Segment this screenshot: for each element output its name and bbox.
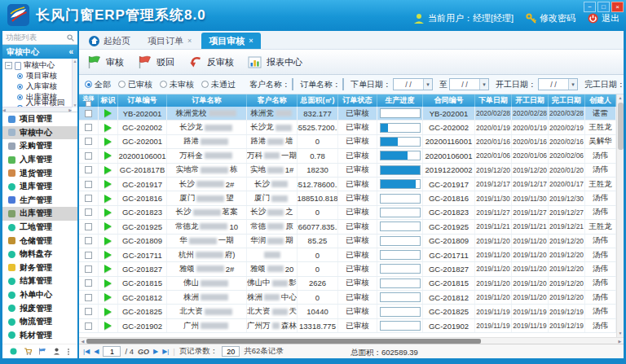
row-checkbox[interactable] (85, 138, 92, 145)
column-header-11[interactable]: 完工日期 (549, 94, 585, 107)
sidebar-module-财务管理[interactable]: 财务管理 (2, 261, 77, 275)
sidebar-module-生产管理[interactable]: 生产管理 (2, 194, 77, 208)
row-checkbox[interactable] (85, 181, 92, 188)
row-checkbox[interactable] (85, 265, 92, 273)
vscroll-thumb[interactable] (618, 103, 624, 150)
audit-button[interactable]: 审核 (86, 55, 124, 70)
tree-root-node[interactable]: − 审核中心 (5, 60, 71, 71)
row-checkbox[interactable] (85, 252, 92, 259)
row-checkbox[interactable] (85, 208, 92, 216)
row-checkbox[interactable] (85, 124, 92, 131)
scroll-up-icon[interactable]: ▲ (619, 94, 623, 102)
sidebar-module-入库管理[interactable]: 入库管理 (2, 153, 77, 167)
row-checkbox[interactable] (85, 110, 92, 117)
person-icon[interactable] (53, 348, 60, 355)
column-header-0[interactable]: 选择 (79, 94, 99, 107)
table-row[interactable]: GC-201809华一期华润期85.25已审核GC-2018092019/11/… (79, 235, 616, 248)
cart-icon[interactable] (24, 348, 32, 355)
table-row[interactable]: GC-201825北大资北大资天10440已审核GC-2018252019/11… (79, 305, 616, 318)
row-checkbox[interactable] (85, 279, 92, 287)
table-row[interactable]: 20200106001万科金万科一期0.78已审核202001060012020… (79, 149, 616, 163)
reject-button[interactable]: 驳回 (137, 55, 174, 70)
sidebar-module-仓储管理[interactable]: 仓储管理 (2, 234, 77, 248)
next-page-button[interactable]: ▶ (153, 348, 158, 355)
select-all-checkbox[interactable] (86, 101, 91, 107)
close-tab-icon[interactable]: × (249, 37, 253, 45)
page-number-input[interactable] (103, 346, 121, 357)
status-radio-未通过[interactable]: 未通过 (201, 79, 243, 90)
table-row[interactable]: GC-202002长沙龙长沙龙65525.7200...已审核GC-202002… (79, 121, 616, 134)
sidebar-module-退库管理[interactable]: 退库管理 (2, 180, 77, 194)
status-radio-未审核[interactable]: 未审核 (160, 79, 201, 90)
table-row[interactable]: GC-201711杭州府)0已审核GC-2017112019/11/202019… (79, 248, 616, 262)
table-vscrollbar[interactable]: ▲ ▼ (616, 94, 624, 337)
function-search-input[interactable]: 功能列表 (2, 31, 77, 45)
order-name-input[interactable] (342, 78, 344, 90)
row-checkbox[interactable] (85, 237, 92, 244)
table-row[interactable]: GC-201823长沙茗案长沙之0已审核GC-2018232019/11/272… (79, 206, 616, 220)
table-row[interactable]: GC-201902广州广州万森林13318.775已审核GC-201902201… (79, 319, 616, 333)
table-row[interactable]: GC-202001路港路港墙0已审核202001160012020/01/162… (79, 135, 616, 149)
sidebar-module-耗材管理[interactable]: 耗材管理 (2, 329, 77, 343)
tree-item[interactable]: 入库审核 (5, 81, 71, 92)
table-row[interactable]: GC-201816厦门望厦门188510.818已审核GC-2018162019… (79, 191, 616, 205)
scroll-right-icon[interactable]: ▶ (616, 339, 624, 344)
row-checkbox[interactable] (85, 308, 92, 315)
minimize-button[interactable]: − (584, 2, 596, 12)
table-row[interactable]: GC-201925常德龙10常德原266077.835...已审核GC-2019… (79, 220, 616, 234)
column-header-3[interactable]: 订单名称 (167, 94, 247, 107)
row-checkbox[interactable] (85, 195, 92, 202)
sidebar-module-项目管理[interactable]: 项目管理 (2, 112, 77, 126)
tree-expander-icon[interactable]: − (5, 62, 12, 69)
column-header-5[interactable]: 总面积(㎡) (298, 94, 338, 107)
sidebar-module-补单中心[interactable]: 补单中心 (2, 288, 77, 302)
row-checkbox[interactable] (85, 152, 92, 160)
more-icon[interactable] (67, 348, 70, 355)
order-date-from-picker[interactable]: / / ▾ (393, 78, 433, 90)
sidebar-module-物料盘存[interactable]: 物料盘存 (2, 248, 77, 261)
start-date-picker[interactable]: / / ▾ (538, 78, 578, 90)
flag-icon[interactable] (38, 348, 46, 355)
row-checkbox[interactable] (85, 166, 92, 173)
tab-project-orders[interactable]: 项目订单 × (140, 33, 199, 49)
maximize-button[interactable]: □ (597, 2, 610, 12)
report-center-button[interactable]: 报表中心 (247, 55, 302, 70)
calendar-dropdown-icon[interactable]: ▾ (423, 79, 432, 90)
calendar-dropdown-icon[interactable]: ▾ (568, 79, 577, 90)
prev-page-button[interactable]: ◀ (94, 348, 99, 355)
tree-item[interactable]: 项目审核 (5, 71, 71, 81)
column-header-2[interactable]: 订单编号 (118, 94, 167, 107)
change-password-button[interactable]: 修改密码 (526, 12, 575, 24)
sidebar-module-审核中心[interactable]: 审核中心 (2, 126, 77, 140)
table-row[interactable]: GC-201817B实地常栋实地1#18230已审核20191220002201… (79, 164, 616, 178)
column-header-1[interactable]: 标识 (99, 94, 118, 107)
sidebar-module-出库管理[interactable]: 出库管理 (2, 207, 77, 221)
table-row[interactable]: GC-201812株洲株洲中心0已审核GC-2018122019/11/2020… (79, 291, 616, 305)
status-radio-全部[interactable]: 全部 (85, 79, 118, 90)
column-header-8[interactable]: 合同编号 (423, 94, 475, 107)
column-header-12[interactable]: 创建人 (585, 94, 616, 107)
row-checkbox[interactable] (85, 322, 92, 330)
order-date-to-picker[interactable]: / / ▾ (449, 78, 489, 90)
sidebar-module-报废管理[interactable]: 报废管理 (2, 301, 77, 315)
last-page-button[interactable]: ▶| (162, 348, 169, 355)
sidebar-module-结算管理[interactable]: 结算管理 (2, 274, 77, 288)
go-button[interactable]: GO (138, 348, 149, 356)
table-row[interactable]: GC-201815佛山佛山中影2626已审核GC-2018152019/11/2… (79, 277, 616, 291)
sidebar-module-物流管理[interactable]: 物流管理 (2, 315, 77, 329)
unaudit-button[interactable]: 反审核 (187, 55, 234, 70)
first-page-button[interactable]: |◀ (83, 348, 90, 355)
scroll-down-icon[interactable]: ▼ (619, 330, 623, 337)
sidebar-module-工地管理[interactable]: 工地管理 (2, 221, 77, 235)
table-row[interactable]: YB-202001株洲党校株洲党832.177已审核YB-2020012020/… (79, 107, 616, 121)
hscroll-thumb[interactable] (86, 339, 481, 344)
customer-name-input[interactable] (292, 78, 293, 90)
column-header-9[interactable]: 下单日期 (475, 94, 512, 107)
logout-button[interactable]: 退出 (588, 12, 619, 24)
scroll-left-icon[interactable]: ◀ (79, 339, 86, 344)
close-button[interactable]: × (611, 2, 624, 12)
table-row[interactable]: GC-201827雅颂2#雅颂200已审核GC-2018272019/11/20… (79, 262, 616, 276)
table-row[interactable]: GC-201917长沙2#长沙8512.78600...已审核GC-201917… (79, 178, 616, 191)
close-tab-icon[interactable]: × (187, 37, 192, 45)
sidebar-module-退货管理[interactable]: 退货管理 (2, 166, 77, 180)
